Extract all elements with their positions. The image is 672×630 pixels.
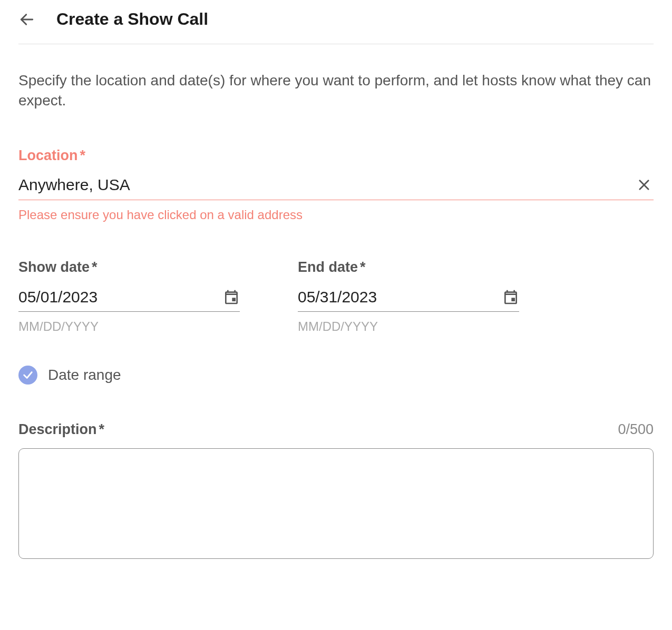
end-date-input[interactable] [298, 288, 502, 306]
date-range-label: Date range [48, 367, 121, 383]
end-date-hint: MM/DD/YYYY [298, 319, 519, 334]
location-field: Location * Please ensure you have clicke… [18, 147, 654, 222]
show-date-hint: MM/DD/YYYY [18, 319, 240, 334]
end-date-field: End date * MM/DD/YYYY [298, 259, 519, 334]
svg-rect-3 [232, 298, 236, 301]
location-error: Please ensure you have clicked on a vali… [18, 208, 654, 222]
required-mark: * [80, 147, 86, 164]
show-date-label: Show date * [18, 259, 240, 275]
back-button[interactable] [18, 11, 35, 28]
required-mark: * [360, 259, 366, 275]
date-range-checkbox[interactable] [18, 366, 37, 385]
show-date-field: Show date * MM/DD/YYYY [18, 259, 240, 334]
page-header: Create a Show Call [18, 5, 654, 44]
clear-location-button[interactable] [635, 175, 654, 194]
calendar-icon [223, 289, 240, 306]
date-range-row: Date range [18, 366, 654, 385]
end-date-calendar-button[interactable] [502, 289, 519, 306]
required-mark: * [99, 421, 105, 438]
required-mark: * [92, 259, 98, 275]
page-title: Create a Show Call [56, 9, 208, 29]
location-label: Location * [18, 147, 654, 164]
calendar-icon [502, 289, 519, 306]
svg-rect-4 [511, 298, 515, 301]
intro-text: Specify the location and date(s) for whe… [18, 71, 654, 111]
description-header: Description * 0/500 [18, 421, 654, 438]
divider [18, 44, 654, 44]
show-date-input[interactable] [18, 288, 223, 306]
show-date-calendar-button[interactable] [223, 289, 240, 306]
description-label: Description * [18, 421, 104, 438]
close-icon [637, 178, 651, 192]
location-input[interactable] [18, 176, 635, 194]
check-icon [22, 369, 34, 381]
end-date-label: End date * [298, 259, 519, 275]
description-input[interactable] [18, 448, 654, 559]
description-counter: 0/500 [618, 421, 654, 438]
arrow-left-icon [18, 11, 35, 28]
